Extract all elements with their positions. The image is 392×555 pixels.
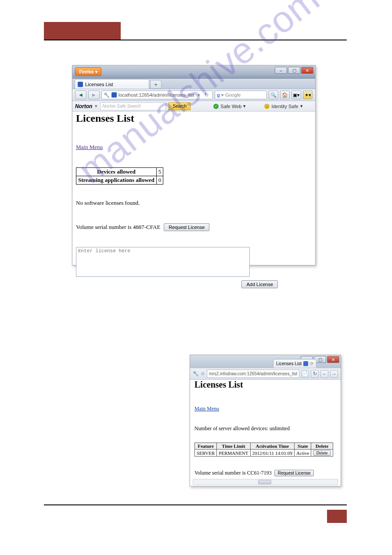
firefox-label: Firefox xyxy=(79,69,94,74)
cell-time-limit: PERMANENT xyxy=(217,450,250,457)
chevron-down-icon: ▾ xyxy=(95,69,97,74)
col-time-limit: Time Limit xyxy=(217,443,250,450)
volume-serial-row: Volume serial number is CC61-7193 Reques… xyxy=(194,470,336,476)
reload-icon[interactable]: ⟳ xyxy=(310,361,313,366)
search-placeholder: Google xyxy=(225,92,241,98)
streaming-allowed-value: 0 xyxy=(156,176,163,185)
back-button[interactable]: ← xyxy=(320,370,328,378)
add-license-button[interactable]: Add License xyxy=(241,280,278,288)
page-content: Licenses List Main Menu Number of server… xyxy=(194,380,336,477)
plus-icon: + xyxy=(154,81,158,88)
browser-tab-licenses[interactable]: Licenses List ⟳ xyxy=(273,359,316,368)
firefox-menu-button[interactable]: Firefox ▾ xyxy=(75,67,101,76)
search-go-button[interactable]: 🔍 xyxy=(269,91,278,99)
address-bar[interactable]: mrs2.infodraw.com:12654/admin/licenses_l… xyxy=(207,370,299,378)
license-textarea[interactable] xyxy=(76,247,250,277)
wrench-icon: 🔧 xyxy=(104,92,110,98)
norton-search-btn-label: Search xyxy=(173,104,187,109)
norton-toolbar: Norton ▾ Norton Safe Search Search ✓ Saf… xyxy=(72,101,315,112)
page-title: Licenses List xyxy=(76,112,312,124)
chrome-url-toolbar: 🔧 ☆ mrs2.infodraw.com:12654/admin/licens… xyxy=(190,368,341,380)
window-controls: – ▢ ✕ xyxy=(275,67,313,74)
allowances-table: Devices allowed 5 Streaming applications… xyxy=(76,167,163,185)
cell-delete: Delete xyxy=(311,450,333,457)
header-brand-bar xyxy=(44,22,121,40)
col-state: State xyxy=(295,443,311,450)
safe-web-dropdown[interactable]: ✓ Safe Web ▾ xyxy=(213,103,246,109)
norton-logo: Norton xyxy=(75,103,92,109)
page-title: Licenses List xyxy=(194,380,336,390)
request-license-button[interactable]: Request License xyxy=(274,470,314,476)
scrollbar-thumb[interactable] xyxy=(258,480,271,484)
tab-strip: Licenses List + xyxy=(72,79,315,89)
wrench-icon[interactable]: 🔧 xyxy=(193,371,199,377)
footer-rule xyxy=(44,504,347,505)
norton-search-input[interactable]: Norton Safe Search xyxy=(100,102,166,110)
tab-label: Licenses List xyxy=(276,361,302,366)
site-favicon-icon xyxy=(111,92,117,98)
forward-button[interactable]: ► xyxy=(88,91,100,99)
favicon-icon xyxy=(303,361,308,366)
forward-button[interactable]: → xyxy=(330,370,338,378)
search-dropdown-icon[interactable]: ▾ xyxy=(221,92,224,98)
volume-serial-row: Volume serial number is 4887-CFAE Reques… xyxy=(76,223,312,231)
table-row: Devices allowed 5 xyxy=(76,168,163,176)
table-row: Streaming applications allowed 0 xyxy=(76,176,163,185)
lock-icon: 🔒 xyxy=(264,104,270,109)
chevron-down-icon: ▾ xyxy=(300,103,303,109)
allowed-devices-text: Number of server allowed devices: unlimi… xyxy=(194,425,336,432)
new-tab-button[interactable]: + xyxy=(150,80,162,89)
cell-feature: SERVER xyxy=(195,450,217,457)
favicon-icon xyxy=(78,82,83,87)
back-button[interactable]: ◄ xyxy=(75,91,86,99)
delete-license-button[interactable]: Delete xyxy=(313,450,331,456)
col-feature: Feature xyxy=(195,443,217,450)
check-icon: ✓ xyxy=(213,104,219,109)
devices-allowed-label: Devices allowed xyxy=(76,168,157,176)
close-button[interactable]: ✕ xyxy=(327,356,339,363)
cell-activation: 2012/01/11 14:01:09 xyxy=(250,450,295,457)
reload-button[interactable]: ↻ xyxy=(202,92,211,98)
table-row: SERVER PERMANENT 2012/01/11 14:01:09 Act… xyxy=(195,450,333,457)
norton-search-placeholder: Norton Safe Search xyxy=(102,104,141,109)
browser-tab-licenses[interactable]: Licenses List xyxy=(75,79,149,89)
footer-page-box xyxy=(327,510,347,523)
devices-allowed-value: 5 xyxy=(156,168,163,176)
home-button[interactable]: 🏠 xyxy=(280,91,290,99)
reload-button[interactable]: ↻ xyxy=(311,370,319,378)
screenshot-licenses-chrome: – ▢ ✕ Licenses List ⟳ 🔧 ☆ mrs2.infodraw.… xyxy=(190,355,341,486)
star-icon[interactable]: ☆ xyxy=(201,371,205,377)
address-bar[interactable]: 🔧 localhost:12654/admin/licenses_list ▾ … xyxy=(101,91,213,99)
table-header-row: Feature Time Limit Activation Time State… xyxy=(195,443,333,450)
chevron-down-icon: ▾ xyxy=(243,103,246,109)
volume-serial-text: Volume serial number is CC61-7193 xyxy=(194,470,272,476)
horizontal-scrollbar[interactable] xyxy=(193,479,338,485)
identity-safe-dropdown[interactable]: 🔒 Identity Safe ▾ xyxy=(264,103,302,109)
tab-label: Licenses List xyxy=(85,82,113,87)
norton-search-button[interactable]: Search xyxy=(169,102,191,110)
licenses-table: Feature Time Limit Activation Time State… xyxy=(194,443,333,457)
no-licenses-text: No software licenses found. xyxy=(76,200,312,207)
minimize-button[interactable]: – xyxy=(275,67,287,74)
chrome-titlebar: – ▢ ✕ Licenses List ⟳ xyxy=(190,355,341,368)
main-menu-link[interactable]: Main Menu xyxy=(76,144,103,151)
header-rule xyxy=(44,40,347,40)
browser-search-field[interactable]: g ▾ Google xyxy=(215,91,267,99)
url-toolbar: ◄ ► 🔧 localhost:12654/admin/licenses_lis… xyxy=(72,89,315,101)
bookmarks-button[interactable]: ▣▾ xyxy=(291,91,301,99)
firefox-titlebar: Firefox ▾ – ▢ ✕ xyxy=(72,65,315,79)
col-activation-time: Activation Time xyxy=(250,443,295,450)
safe-web-label: Safe Web xyxy=(220,104,241,109)
extension-button[interactable]: ✦▾ xyxy=(303,91,313,99)
streaming-allowed-label: Streaming applications allowed xyxy=(76,176,157,185)
close-button[interactable]: ✕ xyxy=(301,67,313,74)
main-menu-link[interactable]: Main Menu xyxy=(194,406,219,412)
url-text: mrs2.infodraw.com:12654/admin/licenses_l… xyxy=(209,371,297,376)
maximize-button[interactable]: ▢ xyxy=(288,67,300,74)
norton-dropdown-icon[interactable]: ▾ xyxy=(95,103,97,109)
dropdown-icon[interactable]: ▾ xyxy=(198,92,200,98)
request-license-button[interactable]: Request License xyxy=(164,223,209,231)
identity-safe-label: Identity Safe xyxy=(271,104,298,109)
site-info-button[interactable]: 📄 xyxy=(301,370,309,378)
url-text: localhost:12654/admin/licenses_list xyxy=(119,92,194,98)
